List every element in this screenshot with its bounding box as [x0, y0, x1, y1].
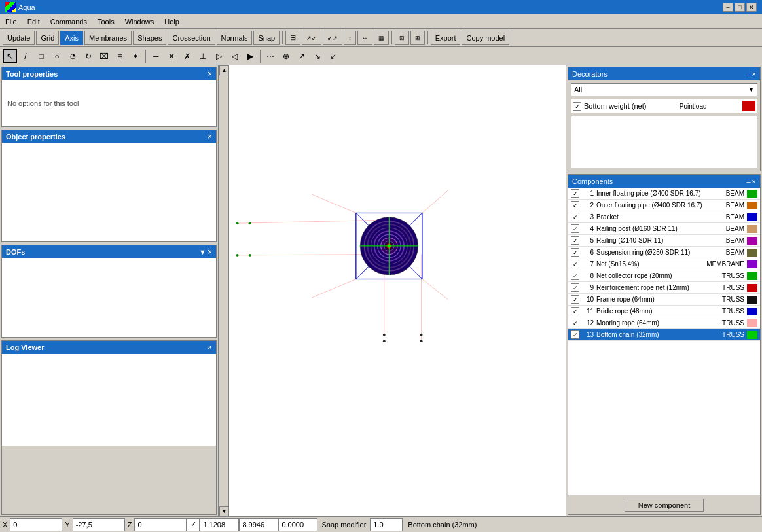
canvas-area[interactable] [229, 65, 566, 516]
toolbar-view5[interactable]: ↔ [357, 31, 372, 45]
toolbar-icon-b[interactable]: ⊞ [410, 31, 425, 45]
component-row-12[interactable]: ✓ 12 Mooring rope (64mm) TRUSS [568, 317, 760, 329]
tool-plus[interactable]: ⊕ [279, 49, 293, 63]
component-row-11[interactable]: ✓ 11 Bridle rope (48mm) TRUSS [568, 306, 760, 317]
menu-help[interactable]: Help [159, 16, 185, 27]
decorators-minimize-btn[interactable]: – [746, 70, 750, 78]
component-row-5[interactable]: ✓ 5 Railing (Ø140 SDR 11) BEAM [568, 235, 760, 247]
new-component-button[interactable]: New component [625, 499, 704, 512]
comp-checkbox-6[interactable]: ✓ [571, 248, 579, 257]
toolbar-snap[interactable]: Snap [253, 31, 280, 45]
components-close-btn[interactable]: × [752, 177, 756, 185]
comp-checkbox-3[interactable]: ✓ [571, 213, 579, 221]
comp-checkbox-11[interactable]: ✓ [571, 307, 579, 315]
tool-line[interactable]: / [18, 49, 33, 63]
tool-play[interactable]: ▶ [243, 49, 257, 63]
components-list: ✓ 1 Inner floating pipe (Ø400 SDR 16.7) … [568, 188, 760, 495]
menu-tools[interactable]: Tools [92, 16, 120, 27]
decorators-dropdown[interactable]: All ▼ [571, 83, 757, 96]
components-minimize-btn[interactable]: – [746, 177, 750, 185]
comp-num-9: 9 [582, 284, 594, 291]
scroll-up-btn[interactable]: ▲ [219, 65, 228, 75]
tool-tri-r[interactable]: ▷ [211, 49, 226, 63]
component-row-9[interactable]: ✓ 9 Reinforcement rope net (12mm) TRUSS [568, 282, 760, 294]
tool-diag1[interactable]: ↗ [295, 49, 309, 63]
tool-array[interactable]: ≡ [113, 49, 127, 63]
toolbar-view4[interactable]: ↕ [344, 31, 356, 45]
dofs-close[interactable]: × [208, 247, 212, 257]
tool-circle[interactable]: ○ [50, 49, 64, 63]
scroll-down-btn[interactable]: ▼ [219, 506, 228, 516]
tool-properties-close[interactable]: × [208, 69, 212, 79]
component-row-7[interactable]: ✓ 7 Net (Sn15.4%) MEMBRANE [568, 258, 760, 270]
toolbar-axis[interactable]: Axis [60, 31, 83, 45]
comp-checkbox-12[interactable]: ✓ [571, 319, 579, 327]
tool-rotate[interactable]: ↻ [81, 49, 96, 63]
tool-star[interactable]: ✦ [128, 49, 143, 63]
comp-checkbox-10[interactable]: ✓ [571, 295, 579, 304]
component-row-6[interactable]: ✓ 6 Suspension ring (Ø250 SDR 11) BEAM [568, 247, 760, 258]
toolbar-crossection[interactable]: Crossection [168, 31, 215, 45]
toolbar-view1[interactable]: ⊞ [285, 31, 300, 45]
dofs-dropdown-btn[interactable]: ▼ [199, 248, 206, 256]
minimize-button[interactable]: – [723, 3, 733, 12]
tool-diag3[interactable]: ↙ [326, 49, 340, 63]
tool-tri-l[interactable]: ◁ [227, 49, 242, 63]
toolbar-normals[interactable]: Normals [217, 31, 253, 45]
comp-checkbox-8[interactable]: ✓ [571, 272, 579, 280]
tool-sep2 [260, 50, 261, 63]
comp-checkbox-2[interactable]: ✓ [571, 201, 579, 209]
scroll-track[interactable] [219, 75, 228, 506]
toolbar-membranes[interactable]: Membranes [84, 31, 132, 45]
component-row-4[interactable]: ✓ 4 Railing post (Ø160 SDR 11) BEAM [568, 223, 760, 235]
component-row-13[interactable]: ✓ 13 Bottom chain (32mm) TRUSS [568, 329, 760, 341]
menu-edit[interactable]: Edit [22, 16, 45, 27]
toolbar-view6[interactable]: ▦ [374, 31, 389, 45]
comp-checkbox-5[interactable]: ✓ [571, 236, 579, 245]
tool-select[interactable]: ↖ [3, 49, 17, 63]
close-button[interactable]: ✕ [746, 3, 757, 12]
comp-checkbox-7[interactable]: ✓ [571, 260, 579, 268]
x-field[interactable]: 0 [10, 518, 62, 531]
comp-checkbox-9[interactable]: ✓ [571, 283, 579, 292]
toolbar-copy-model[interactable]: Copy model [462, 31, 509, 45]
snap-value-field[interactable]: 1.0 [370, 518, 403, 531]
menu-file[interactable]: File [0, 16, 22, 27]
tool-arc[interactable]: ◔ [65, 49, 80, 63]
tool-rect[interactable]: □ [34, 49, 48, 63]
left-scrollbar: ▲ ▼ [219, 65, 228, 516]
tool-trim[interactable]: ⌧ [97, 49, 111, 63]
menu-windows[interactable]: Windows [120, 16, 160, 27]
maximize-button[interactable]: □ [735, 3, 745, 12]
component-row-8[interactable]: ✓ 8 Net collector rope (20mm) TRUSS [568, 270, 760, 282]
y-field[interactable]: -27,5 [73, 518, 125, 531]
comp-num-6: 6 [582, 249, 594, 256]
component-row-3[interactable]: ✓ 3 Bracket BEAM [568, 211, 760, 223]
y-label: Y [62, 521, 72, 529]
toolbar-icon-a[interactable]: ⊡ [395, 31, 409, 45]
tool-diag2[interactable]: ↘ [310, 49, 325, 63]
toolbar-view3[interactable]: ↙↗ [323, 31, 342, 45]
comp-checkbox-1[interactable]: ✓ [571, 189, 579, 198]
tool-dots[interactable]: ⋯ [263, 49, 278, 63]
tool-cross[interactable]: ✗ [180, 49, 194, 63]
tool-perp[interactable]: ⊥ [196, 49, 210, 63]
tool-dash[interactable]: ─ [149, 49, 163, 63]
component-row-2[interactable]: ✓ 2 Outer floating pipe (Ø400 SDR 16.7) … [568, 200, 760, 211]
toolbar-grid[interactable]: Grid [36, 31, 59, 45]
decorator-checkbox-1[interactable]: ✓ [573, 102, 581, 111]
toolbar-shapes[interactable]: Shapes [133, 31, 166, 45]
comp-checkbox-4[interactable]: ✓ [571, 224, 579, 233]
component-row-10[interactable]: ✓ 10 Frame rope (64mm) TRUSS [568, 294, 760, 306]
toolbar-view2[interactable]: ↗↙ [302, 31, 321, 45]
decorators-close-btn[interactable]: × [752, 70, 756, 78]
menu-commands[interactable]: Commands [45, 16, 92, 27]
component-row-1[interactable]: ✓ 1 Inner floating pipe (Ø400 SDR 16.7) … [568, 188, 760, 200]
log-viewer-close[interactable]: × [208, 343, 212, 352]
object-properties-close[interactable]: × [208, 132, 212, 141]
toolbar-export[interactable]: Export [431, 31, 461, 45]
z-field[interactable]: 0 [134, 518, 187, 531]
toolbar-update[interactable]: Update [3, 31, 35, 45]
comp-checkbox-13[interactable]: ✓ [571, 330, 579, 339]
tool-x[interactable]: ✕ [164, 49, 179, 63]
